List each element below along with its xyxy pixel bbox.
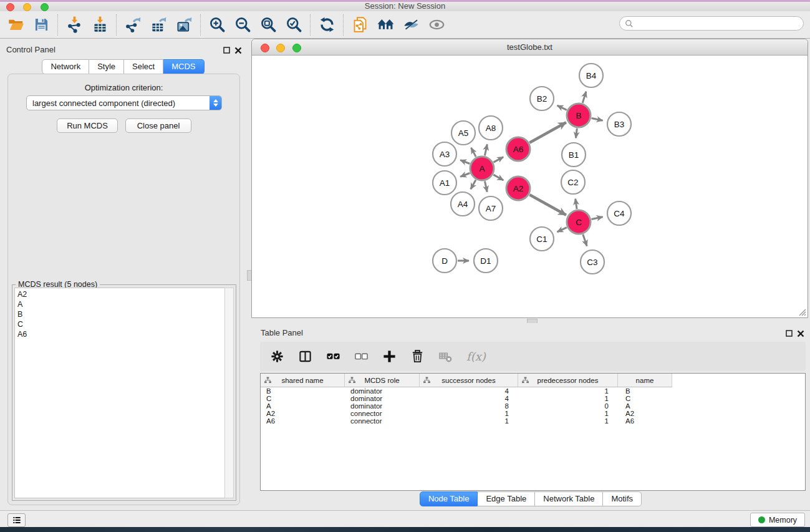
edge-A-A1[interactable] [460, 173, 470, 177]
cell-successor-nodes[interactable]: 1 [420, 417, 518, 425]
edge-B-B3[interactable] [592, 118, 603, 120]
cell-MCDS-role[interactable]: connector [345, 417, 420, 425]
close-panel-icon[interactable] [234, 46, 242, 57]
node-D[interactable]: D [433, 249, 456, 273]
edge-A-A4[interactable] [471, 180, 476, 189]
window-resize-grip[interactable] [798, 307, 806, 316]
export-table-icon[interactable] [150, 16, 167, 33]
search-input[interactable] [634, 19, 792, 29]
cell-predecessor-nodes[interactable]: 1 [518, 410, 618, 417]
tab-style[interactable]: Style [89, 59, 124, 74]
table-row[interactable]: Bdominator41B [261, 387, 805, 395]
node-A1[interactable]: A1 [433, 171, 456, 195]
close-panel-button[interactable]: Close panel [125, 118, 191, 133]
node-C2[interactable]: C2 [561, 170, 585, 194]
node-B4[interactable]: B4 [579, 64, 603, 87]
search-field[interactable] [619, 16, 804, 31]
cell-name[interactable]: C [618, 395, 672, 402]
edge-C-C1[interactable] [557, 228, 567, 232]
cell-name[interactable]: A6 [618, 417, 672, 425]
select-all-checkboxes-icon[interactable] [326, 349, 340, 364]
cell-shared-name[interactable]: A6 [261, 417, 345, 425]
node-B[interactable]: B [567, 104, 591, 127]
edge-C-C2[interactable] [576, 199, 577, 209]
delete-column-icon[interactable] [410, 349, 425, 364]
add-column-icon[interactable] [382, 349, 397, 364]
table-row[interactable]: Cdominator41C [261, 395, 805, 402]
node-C3[interactable]: C3 [581, 250, 604, 274]
edge-A-A3[interactable] [460, 160, 470, 164]
result-list-scrollbar[interactable] [224, 288, 234, 498]
tab-node-table[interactable]: Node Table [420, 491, 478, 506]
network-graph-canvas[interactable]: B4B2BB3A5A8A6A3AB1A1C2A2A4A7C4CC1DD1C3 [253, 55, 807, 317]
edge-C-C3[interactable] [583, 235, 587, 246]
edge-A-A5[interactable] [471, 148, 476, 157]
cell-successor-nodes[interactable]: 4 [420, 387, 518, 395]
cell-MCDS-role[interactable]: dominator [345, 395, 420, 402]
table-row[interactable]: A6connector11A6 [261, 417, 805, 425]
cell-successor-nodes[interactable]: 1 [420, 410, 518, 417]
cell-predecessor-nodes[interactable]: 0 [518, 402, 618, 410]
import-network-icon[interactable] [66, 16, 83, 33]
column-header-predecessor-nodes[interactable]: predecessor nodes [518, 374, 618, 387]
split-columns-icon[interactable] [298, 349, 312, 364]
deselect-all-checkboxes-icon[interactable] [354, 349, 369, 364]
gear-icon[interactable] [270, 349, 284, 364]
column-header-successor-nodes[interactable]: successor nodes [420, 374, 518, 387]
node-A2[interactable]: A2 [506, 177, 530, 200]
cell-MCDS-role[interactable]: connector [345, 410, 420, 417]
edge-A-A6[interactable] [494, 157, 504, 162]
column-header-name[interactable]: name [618, 374, 672, 387]
node-A3[interactable]: A3 [433, 142, 456, 166]
tab-edge-table[interactable]: Edge Table [478, 491, 535, 506]
cell-MCDS-role[interactable]: dominator [345, 402, 420, 410]
node-B2[interactable]: B2 [530, 87, 554, 110]
export-image-icon[interactable] [176, 16, 193, 33]
table-row[interactable]: Adominator80A [261, 402, 805, 410]
edge-A-A7[interactable] [485, 181, 487, 192]
cell-name[interactable]: A [618, 402, 672, 410]
table-row[interactable]: A2connector11A2 [261, 410, 805, 417]
column-header-shared-name[interactable]: shared name [261, 374, 345, 387]
result-item[interactable]: C [17, 319, 225, 329]
tab-motifs[interactable]: Motifs [603, 491, 642, 506]
result-item[interactable]: A2 [17, 289, 225, 299]
cell-successor-nodes[interactable]: 4 [420, 395, 518, 402]
copy-network-icon[interactable] [352, 16, 369, 33]
cell-shared-name[interactable]: C [261, 395, 345, 402]
task-history-button[interactable] [7, 513, 26, 527]
tab-network[interactable]: Network [42, 59, 89, 74]
eye-icon[interactable] [428, 16, 445, 33]
tab-select[interactable]: Select [124, 59, 163, 74]
zoom-selected-icon[interactable] [286, 16, 302, 33]
home-view-icon[interactable] [377, 16, 394, 33]
cell-successor-nodes[interactable]: 8 [420, 402, 518, 410]
cell-predecessor-nodes[interactable]: 1 [518, 395, 618, 402]
run-mcds-button[interactable]: Run MCDS [57, 118, 118, 133]
edge-A6-B[interactable] [529, 122, 566, 143]
cell-MCDS-role[interactable]: dominator [345, 387, 420, 395]
node-D1[interactable]: D1 [474, 249, 498, 273]
zoom-fit-icon[interactable] [260, 16, 277, 33]
save-session-icon[interactable] [33, 16, 50, 33]
cell-predecessor-nodes[interactable]: 1 [518, 387, 618, 395]
tab-network-table[interactable]: Network Table [535, 491, 603, 506]
import-table-icon[interactable] [92, 16, 108, 33]
node-A5[interactable]: A5 [451, 121, 475, 145]
cell-predecessor-nodes[interactable]: 1 [518, 417, 618, 425]
node-A7[interactable]: A7 [479, 196, 503, 220]
node-B1[interactable]: B1 [562, 143, 586, 167]
cell-shared-name[interactable]: A2 [261, 410, 345, 417]
float-panel-icon[interactable] [223, 46, 231, 57]
node-A8[interactable]: A8 [479, 116, 503, 140]
node-A4[interactable]: A4 [451, 192, 475, 216]
node-A[interactable]: A [470, 157, 494, 180]
edge-B-B1[interactable] [576, 128, 577, 138]
table-float-panel-icon[interactable] [786, 329, 793, 340]
node-C4[interactable]: C4 [607, 201, 631, 225]
memory-button[interactable]: Memory [750, 513, 805, 527]
edge-A-A2[interactable] [493, 175, 503, 180]
cell-shared-name[interactable]: B [261, 387, 345, 395]
optimization-criterion-dropdown[interactable]: largest connected component (directed) [26, 95, 222, 110]
table-close-panel-icon[interactable] [797, 329, 804, 340]
